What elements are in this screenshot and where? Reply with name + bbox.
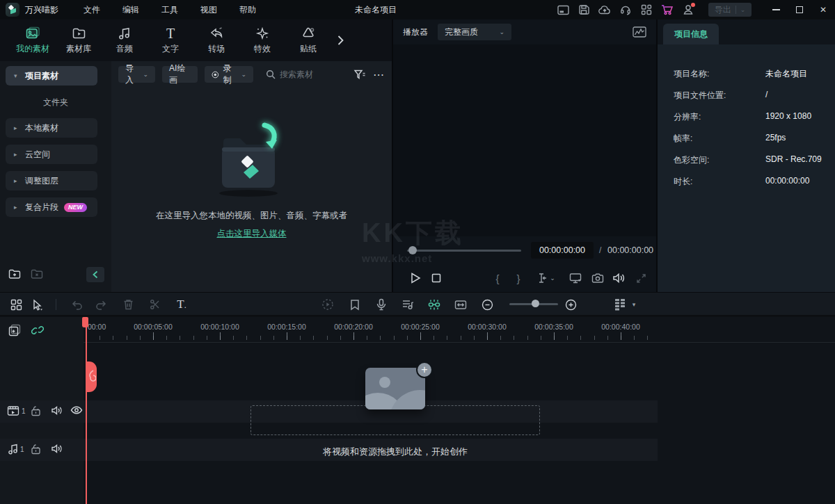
- panel-layout-icon[interactable]: [552, 0, 573, 19]
- close-button[interactable]: ✕: [811, 0, 835, 19]
- search-box[interactable]: [266, 70, 340, 79]
- mute-track-icon[interactable]: [51, 405, 63, 416]
- text-tool-icon[interactable]: T.: [174, 298, 189, 311]
- playhead-flag[interactable]: [82, 317, 88, 327]
- filmora-window: 万兴喵影 文件 编辑 工具 视图 帮助 未命名项目: [0, 0, 835, 504]
- cart-icon[interactable]: [657, 0, 678, 19]
- sidebar-item-project-media[interactable]: ▾ 项目素材: [6, 66, 97, 86]
- pointer-tool-icon[interactable]: [29, 298, 45, 311]
- add-folder-icon[interactable]: [8, 268, 21, 279]
- sidebar-item-compound-clip[interactable]: ▸ 复合片段 NEW: [6, 197, 97, 217]
- tab-text[interactable]: T 文字: [148, 22, 193, 58]
- zoom-slider-thumb[interactable]: [532, 300, 539, 307]
- lock-track-icon[interactable]: [31, 444, 41, 455]
- chevron-down-icon[interactable]: ⌄: [740, 6, 746, 13]
- undo-icon[interactable]: [70, 298, 85, 311]
- display-device-icon[interactable]: [567, 270, 584, 286]
- drop-hint-text: 将视频和资源拖拽到此处，开始创作: [250, 446, 540, 458]
- histogram-icon[interactable]: [633, 26, 646, 38]
- stock-media-icon: [72, 26, 86, 40]
- split-scissors-icon[interactable]: [148, 298, 163, 311]
- import-button[interactable]: 导入 ⌄: [118, 66, 155, 83]
- collapse-sidebar-button[interactable]: [86, 267, 104, 282]
- timeline-drop-zone[interactable]: [250, 405, 540, 435]
- tab-stickers[interactable]: 贴纸: [285, 22, 331, 58]
- video-viewport: [393, 44, 656, 236]
- zoom-in-icon[interactable]: [563, 298, 578, 311]
- add-track-icon[interactable]: [8, 324, 21, 336]
- media-view-grid-icon[interactable]: [8, 298, 24, 311]
- sticker-icon: [301, 26, 316, 40]
- menu-bar: 文件 编辑 工具 视图 帮助: [84, 4, 256, 16]
- playhead-line[interactable]: [86, 317, 87, 504]
- record-button[interactable]: 录制 ⌄: [205, 66, 253, 83]
- voiceover-mic-icon[interactable]: [374, 298, 389, 311]
- player-seek-thumb[interactable]: [408, 246, 417, 254]
- import-media-link[interactable]: 点击这里导入媒体: [217, 228, 287, 240]
- minimize-button[interactable]: [764, 0, 788, 19]
- maximize-button[interactable]: [788, 0, 811, 19]
- timeline-ruler[interactable]: 00:00 00:00:05:00 00:00:10:00 00:00:15:0…: [84, 317, 658, 342]
- player-panel: 播放器 完整画质 ⌄ 00:00:00:00 / 00:00:00:00: [393, 19, 656, 292]
- render-preview-icon[interactable]: [320, 298, 335, 311]
- chevron-down-icon[interactable]: ⌄: [548, 270, 557, 286]
- playhead-handle[interactable]: [87, 361, 97, 392]
- zoom-out-icon[interactable]: [479, 298, 495, 311]
- zoom-to-fit-icon[interactable]: [453, 298, 468, 311]
- menu-tools[interactable]: 工具: [161, 4, 178, 16]
- sidebar-item-local-media[interactable]: ▸ 本地素材: [6, 118, 97, 138]
- menu-file[interactable]: 文件: [84, 4, 100, 16]
- sidebar-item-folders[interactable]: 文件夹: [0, 94, 111, 111]
- media-placeholder-icon: [365, 368, 425, 409]
- caret-right-icon: ▸: [14, 124, 19, 131]
- link-clips-icon[interactable]: [31, 325, 44, 336]
- menu-edit[interactable]: 编辑: [122, 4, 139, 16]
- tab-audio[interactable]: 音频: [102, 22, 148, 58]
- fullscreen-icon[interactable]: [633, 270, 649, 286]
- hide-track-icon[interactable]: [70, 405, 83, 415]
- account-icon[interactable]: [678, 0, 699, 19]
- track-manager-icon[interactable]: [612, 298, 628, 311]
- more-options-icon[interactable]: ⋯: [373, 68, 385, 81]
- volume-icon[interactable]: [610, 270, 627, 286]
- project-title: 未命名项目: [306, 4, 445, 16]
- export-button[interactable]: 导出 ⌄: [708, 3, 752, 17]
- media-sidebar: ▾ 项目素材 文件夹 ▸ 本地素材 ▸ 云空间 ▸: [0, 61, 111, 292]
- filter-icon[interactable]: [353, 69, 366, 80]
- lock-track-icon[interactable]: [31, 405, 41, 416]
- ai-paint-button[interactable]: AI绘画: [162, 66, 198, 83]
- trim-tool-icon[interactable]: [532, 270, 549, 286]
- tab-my-media[interactable]: 我的素材: [10, 22, 56, 58]
- tab-effects[interactable]: 特效: [239, 22, 285, 58]
- mark-out-icon[interactable]: }: [510, 270, 527, 286]
- cloud-sync-icon[interactable]: [594, 0, 615, 19]
- total-time: 00:00:00:00: [607, 245, 653, 255]
- player-seek-bar[interactable]: [407, 250, 521, 252]
- delete-folder-icon[interactable]: [31, 268, 43, 279]
- sidebar-item-adjustment-layer[interactable]: ▸ 调整图层: [6, 171, 97, 190]
- mute-track-icon[interactable]: [51, 444, 63, 454]
- tab-project-info[interactable]: 项目信息: [663, 24, 719, 44]
- empty-hint-text: 在这里导入您本地的视频、图片、音频、字幕或者: [111, 210, 392, 222]
- sidebar-item-cloud-space[interactable]: ▸ 云空间: [6, 145, 97, 164]
- apps-grid-icon[interactable]: [636, 0, 657, 19]
- tab-stock-media[interactable]: 素材库: [56, 22, 102, 58]
- menu-help[interactable]: 帮助: [239, 4, 256, 16]
- play-button[interactable]: [407, 270, 424, 286]
- marker-icon[interactable]: [347, 298, 363, 311]
- save-icon[interactable]: [573, 0, 594, 19]
- chevron-down-icon[interactable]: ▾: [629, 298, 639, 311]
- audio-stretch-icon[interactable]: [400, 298, 415, 311]
- delete-icon[interactable]: [120, 298, 136, 311]
- mark-in-icon[interactable]: {: [489, 270, 506, 286]
- snapshot-icon[interactable]: [589, 270, 606, 286]
- smart-beat-icon[interactable]: [427, 298, 442, 311]
- tab-transitions[interactable]: 转场: [193, 22, 239, 58]
- search-input[interactable]: [280, 70, 340, 79]
- support-headset-icon[interactable]: [615, 0, 636, 19]
- tabs-overflow-chevron[interactable]: [337, 35, 344, 46]
- quality-select[interactable]: 完整画质 ⌄: [438, 24, 511, 40]
- menu-view[interactable]: 视图: [200, 4, 217, 16]
- redo-icon[interactable]: [93, 298, 109, 311]
- stop-button[interactable]: [428, 270, 445, 286]
